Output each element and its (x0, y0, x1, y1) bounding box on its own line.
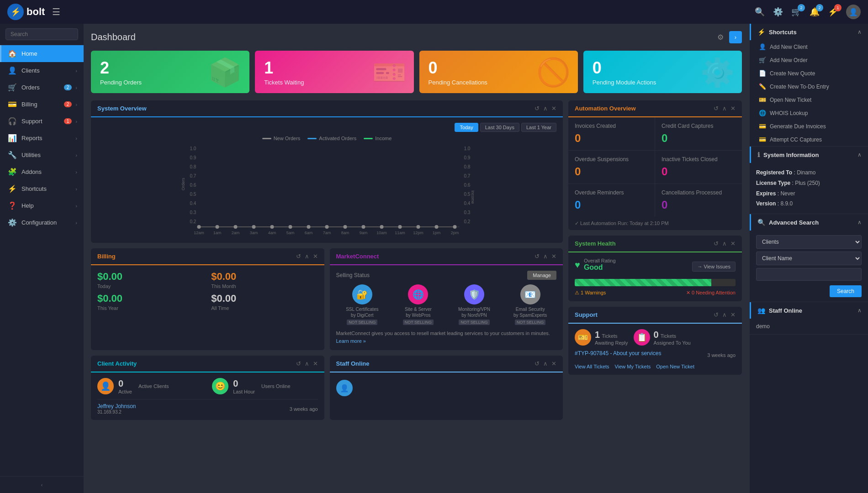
svg-text:2am: 2am (232, 231, 240, 235)
support-collapse[interactable]: ∧ (722, 311, 727, 318)
auto-close[interactable]: ✕ (730, 105, 736, 112)
settings-icon[interactable]: ⚙️ (773, 7, 783, 17)
support-close[interactable]: ✕ (730, 311, 736, 318)
svg-text:8am: 8am (341, 231, 349, 235)
dashboard-settings-btn[interactable]: ⚙ (715, 31, 725, 43)
vpn-name: Monitoring/VPNby NordVPN (448, 306, 501, 318)
shortcut-add-client[interactable]: 👤 Add New Client (750, 40, 868, 53)
sidebar-item-orders[interactable]: 🛒 Orders 2 › (0, 79, 84, 96)
rp-staffonline-header[interactable]: 👥 Staff Online ∧ (750, 302, 868, 319)
svg-text:12pm: 12pm (413, 231, 423, 235)
shortcut-create-quote[interactable]: 📄 Create New Quote (750, 67, 868, 80)
ticket-time: 3 weeks ago (707, 352, 736, 358)
svg-text:12am: 12am (194, 231, 204, 235)
chart-btn-1year[interactable]: Last 1 Year (521, 123, 556, 132)
so-refresh[interactable]: ↺ (535, 360, 540, 367)
sidebar-item-configuration[interactable]: ⚙️ Configuration › (0, 214, 84, 231)
health-collapse[interactable]: ∧ (722, 240, 727, 247)
alerts-icon[interactable]: ⚡ 1 (828, 7, 838, 17)
shortcut-whois[interactable]: 🌐 WHOIS Lookup (750, 106, 868, 120)
help-chevron: › (75, 203, 77, 209)
auto-invoices-num: 0 (575, 132, 648, 145)
health-refresh[interactable]: ↺ (714, 240, 719, 247)
support-refresh[interactable]: ↺ (714, 311, 719, 318)
staffonline-chevron: ∧ (857, 307, 862, 314)
hamburger-menu[interactable]: ☰ (52, 6, 60, 17)
advsearch-submit-btn[interactable]: Search (830, 285, 862, 297)
shortcut-due-invoices[interactable]: 💳 Generate Due Invoices (750, 120, 868, 133)
marketconnect-refresh[interactable]: ↺ (535, 253, 540, 260)
view-my-tickets-link[interactable]: View My Tickets (615, 364, 651, 369)
system-overview-collapse[interactable]: ∧ (543, 105, 548, 112)
sidebar-item-clients[interactable]: 👤 Clients › (0, 62, 84, 79)
system-overview-refresh[interactable]: ↺ (535, 105, 540, 112)
chart-btn-today[interactable]: Today (455, 123, 478, 132)
ticket-link[interactable]: #TYP-907845 - About your services (575, 350, 661, 357)
view-issues-btn[interactable]: → View Issues (692, 262, 736, 272)
sidebar-item-home[interactable]: 🏠 Home (0, 45, 84, 62)
so-close[interactable]: ✕ (551, 360, 556, 367)
dashboard-forward-btn[interactable]: › (729, 31, 742, 43)
shortcut-cc-captures[interactable]: 💳 Attempt CC Captures (750, 133, 868, 146)
sidebar-item-help[interactable]: ❓ Help › (0, 197, 84, 214)
so-collapse[interactable]: ∧ (543, 360, 548, 367)
stat-card-pending-cancellations[interactable]: 0 Pending Cancellations 🚫 (419, 51, 578, 93)
marketconnect-collapse[interactable]: ∧ (543, 253, 548, 260)
sidebar-item-utilities[interactable]: 🔧 Utilities › (0, 147, 84, 163)
notifications-icon[interactable]: 🔔 2 (810, 7, 820, 17)
staff-online-body: 👤 (330, 372, 563, 402)
chart-btn-30days[interactable]: Last 30 Days (480, 123, 519, 132)
cart-icon[interactable]: 🛒 2 (791, 7, 801, 17)
version-row: Version : 8.9.0 (756, 199, 862, 209)
orders-chevron: › (75, 85, 77, 90)
auto-inactive-tickets: Inactive Tickets Closed 0 (655, 151, 742, 184)
billing-refresh[interactable]: ↺ (296, 253, 301, 260)
legend-income: Income (364, 136, 392, 141)
svg-point-30 (362, 225, 365, 229)
advsearch-field-select[interactable]: Client Name (756, 252, 862, 265)
auto-refresh[interactable]: ↺ (714, 105, 719, 112)
ca-person-name[interactable]: Jeffrey Johnson (97, 403, 136, 409)
view-all-tickets-link[interactable]: View All Tickets (575, 364, 609, 369)
sidebar-item-shortcuts[interactable]: ⚡ Shortcuts › (0, 180, 84, 197)
manage-btn[interactable]: Manage (527, 271, 556, 280)
stat-card-tickets-waiting[interactable]: 1 Tickets Waiting 🎫 (255, 51, 413, 93)
svg-point-32 (398, 225, 402, 229)
advsearch-category-select[interactable]: Clients (756, 235, 862, 249)
billing-close[interactable]: ✕ (313, 253, 318, 260)
health-close[interactable]: ✕ (730, 240, 736, 247)
stat-card-pending-orders[interactable]: 2 Pending Orders 📦 (91, 51, 249, 93)
sidebar-item-addons[interactable]: 🧩 Addons › (0, 163, 84, 180)
learn-more-link[interactable]: Learn more » (336, 338, 366, 344)
ca-refresh[interactable]: ↺ (296, 360, 301, 367)
stat-card-pending-module[interactable]: 0 Pending Module Actions ⚙️ (583, 51, 742, 93)
rp-shortcuts-header[interactable]: ⚡ Shortcuts ∧ (750, 24, 868, 40)
search-icon[interactable]: 🔍 (755, 7, 765, 17)
billing-panel-actions: ↺ ∧ ✕ (296, 253, 318, 260)
shortcut-todo[interactable]: ✏️ Create New To-Do Entry (750, 80, 868, 93)
sidebar-item-support[interactable]: 🎧 Support 1 › (0, 113, 84, 130)
user-avatar[interactable]: 👤 (846, 5, 861, 19)
search-input[interactable] (5, 28, 78, 40)
auto-cancellations: Cancellations Processed 0 (655, 184, 742, 217)
sidebar-collapse-btn[interactable]: ‹ (6, 482, 77, 488)
ca-collapse[interactable]: ∧ (305, 360, 309, 367)
ca-close[interactable]: ✕ (313, 360, 318, 367)
sidebar-item-reports[interactable]: 📊 Reports › (0, 130, 84, 147)
staffonline-icon: 👥 (757, 307, 765, 314)
auto-collapse[interactable]: ∧ (722, 105, 727, 112)
system-overview-close[interactable]: ✕ (551, 105, 556, 112)
shortcut-open-ticket[interactable]: 🎫 Open New Ticket (750, 93, 868, 106)
logo[interactable]: ⚡ bolt (7, 4, 45, 20)
rp-advsearch-header[interactable]: 🔍 Advanced Search ∧ (750, 214, 868, 231)
orders-icon: 🛒 (8, 83, 17, 92)
billing-collapse[interactable]: ∧ (305, 253, 309, 260)
open-new-ticket-link[interactable]: Open New Ticket (656, 364, 694, 369)
sidebar-item-billing[interactable]: 💳 Billing 2 › (0, 96, 84, 113)
shortcut-add-order[interactable]: 🛒 Add New Order (750, 53, 868, 67)
advsearch-input[interactable] (756, 268, 862, 281)
marketconnect-panel: MarketConnect ↺ ∧ ✕ Selling Status Manag… (330, 248, 563, 350)
advsearch-chevron: ∧ (857, 219, 862, 226)
rp-sysinfo-header[interactable]: ℹ System Information ∧ (750, 147, 868, 163)
marketconnect-close[interactable]: ✕ (551, 253, 556, 260)
